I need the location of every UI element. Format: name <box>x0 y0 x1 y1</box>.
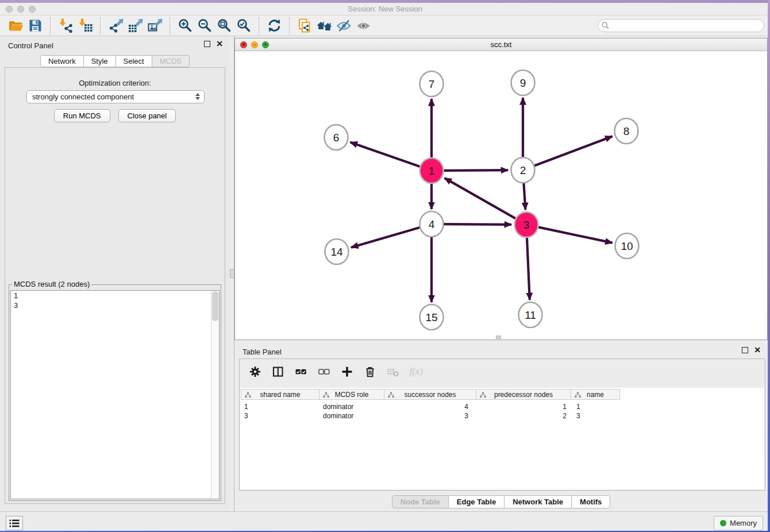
export-network-icon[interactable] <box>106 17 125 34</box>
edge-3-1[interactable] <box>445 178 517 219</box>
node-9[interactable]: 9 <box>511 70 535 95</box>
node-label: 15 <box>425 311 437 323</box>
import-network-icon[interactable] <box>56 17 75 34</box>
table-row[interactable]: 3dominator323 <box>241 411 620 421</box>
toolbar-separator <box>289 17 290 34</box>
settings-icon[interactable] <box>248 364 263 379</box>
column-header-predecessor-nodes[interactable]: predecessor nodes <box>476 389 571 400</box>
node-14[interactable]: 14 <box>325 239 349 264</box>
toolbar-separator <box>50 17 51 34</box>
result-scrollbar[interactable] <box>211 291 219 499</box>
zoom-fit-icon[interactable] <box>214 17 234 34</box>
node-label: 7 <box>429 78 435 90</box>
node-10[interactable]: 10 <box>615 233 639 259</box>
add-row-icon[interactable] <box>340 364 355 379</box>
node-11[interactable]: 11 <box>519 302 542 327</box>
edge-3-11[interactable] <box>527 236 530 300</box>
table-row[interactable]: 1dominator411 <box>241 402 620 411</box>
mcds-result-line: 1 <box>11 291 219 300</box>
duplicate-network-icon[interactable] <box>295 17 314 34</box>
toolbar-separator <box>170 17 170 34</box>
application-window: Session: New Session Control Panel ✕ Net… <box>0 0 770 532</box>
mcds-result-line: 3 <box>11 300 219 310</box>
tab-edge-table[interactable]: Edge Table <box>449 495 505 508</box>
save-session-icon[interactable] <box>25 17 45 34</box>
node-label: 10 <box>621 240 633 252</box>
cell-name: 1 <box>571 402 620 411</box>
mcds-result-text[interactable]: 13 <box>10 290 220 499</box>
cell-shared-name: 1 <box>241 402 319 411</box>
network-overview-icon[interactable] <box>314 17 334 34</box>
tab-node-table[interactable]: Node Table <box>392 495 449 508</box>
node-8[interactable]: 8 <box>615 118 638 144</box>
table-close-icon[interactable]: ✕ <box>754 347 761 353</box>
tab-style[interactable]: Style <box>84 55 116 67</box>
control-panel-title: Control Panel <box>8 41 53 50</box>
node-label: 3 <box>523 219 530 231</box>
splitter-grip[interactable] <box>230 269 234 278</box>
search-input[interactable] <box>598 19 764 32</box>
edge-1-6[interactable] <box>351 142 422 167</box>
node-4[interactable]: 4 <box>420 211 444 237</box>
edge-3-10[interactable] <box>537 227 613 243</box>
edge-2-3[interactable] <box>523 181 525 210</box>
node-1[interactable]: 1 <box>420 158 444 183</box>
session-title: Session: New Session <box>0 5 770 13</box>
node-2[interactable]: 2 <box>511 157 535 183</box>
import-table-icon[interactable] <box>75 17 95 34</box>
float-panel-icon[interactable] <box>204 41 210 47</box>
node-7[interactable]: 7 <box>420 71 444 97</box>
tab-select[interactable]: Select <box>116 55 152 67</box>
run-mcds-button[interactable]: Run MCDS <box>54 109 110 122</box>
zoom-selected-icon[interactable] <box>234 17 253 34</box>
cell-shared-name: 3 <box>241 411 319 421</box>
tab-motifs[interactable]: Motifs <box>572 495 610 508</box>
open-session-icon[interactable] <box>6 17 25 34</box>
delete-row-icon[interactable] <box>363 364 378 379</box>
zoom-in-icon[interactable] <box>175 17 195 34</box>
table-float-icon[interactable] <box>742 347 748 353</box>
column-label: name <box>587 391 604 399</box>
column-header-successor-nodes[interactable]: successor nodes <box>384 389 476 400</box>
column-header-shared-name[interactable]: shared name <box>241 389 319 400</box>
tab-network[interactable]: Network <box>40 55 84 67</box>
node-label: 9 <box>520 77 526 89</box>
network-canvas[interactable]: 7968124314101511 <box>235 51 767 340</box>
tab-network-table[interactable]: Network Table <box>505 495 572 508</box>
node-label: 11 <box>525 309 536 321</box>
select-all-icon[interactable] <box>294 364 309 379</box>
criterion-select[interactable]: strongly connected component <box>26 90 205 103</box>
edge-1-2[interactable] <box>442 170 508 171</box>
node-3[interactable]: 3 <box>515 212 538 237</box>
apply-layout-icon[interactable] <box>264 17 284 34</box>
close-panel-icon[interactable]: ✕ <box>216 41 223 47</box>
node-15[interactable]: 15 <box>420 304 444 330</box>
result-scrollbar-thumb[interactable] <box>212 291 218 321</box>
table-tabs: Node TableEdge TableNetwork TableMotifs <box>234 495 768 508</box>
columns-icon[interactable] <box>271 364 286 379</box>
deselect-all-icon[interactable] <box>317 364 332 379</box>
canvas-resize-handle[interactable] <box>496 336 501 339</box>
status-bar: Memory <box>0 511 770 532</box>
edge-4-14[interactable] <box>351 227 421 247</box>
tab-mcds[interactable]: MCDS <box>152 55 190 67</box>
control-panel-tabs: NetworkStyleSelectMCDS <box>0 55 230 67</box>
toolbar-icon-groups <box>6 17 373 34</box>
function-builder-icon: f(x) <box>409 364 424 379</box>
memory-button[interactable]: Memory <box>714 516 763 530</box>
show-panels-icon[interactable] <box>353 17 373 34</box>
column-header-mcds-role[interactable]: MCDS role <box>319 389 384 400</box>
export-table-icon[interactable] <box>125 17 145 34</box>
hide-panels-icon[interactable] <box>334 17 353 34</box>
close-panel-button[interactable]: Close panel <box>118 109 176 122</box>
task-history-button[interactable] <box>6 516 23 530</box>
edge-4-3[interactable] <box>442 224 511 225</box>
column-header-name[interactable]: name <box>571 389 620 400</box>
export-image-icon[interactable] <box>145 17 164 34</box>
edge-2-8[interactable] <box>533 136 613 166</box>
node-6[interactable]: 6 <box>325 125 348 150</box>
zoom-out-icon[interactable] <box>195 17 214 34</box>
network-graph: 7968124314101511 <box>235 51 767 340</box>
cell-mcds-role: dominator <box>319 411 384 421</box>
panel-splitter[interactable] <box>230 36 234 511</box>
